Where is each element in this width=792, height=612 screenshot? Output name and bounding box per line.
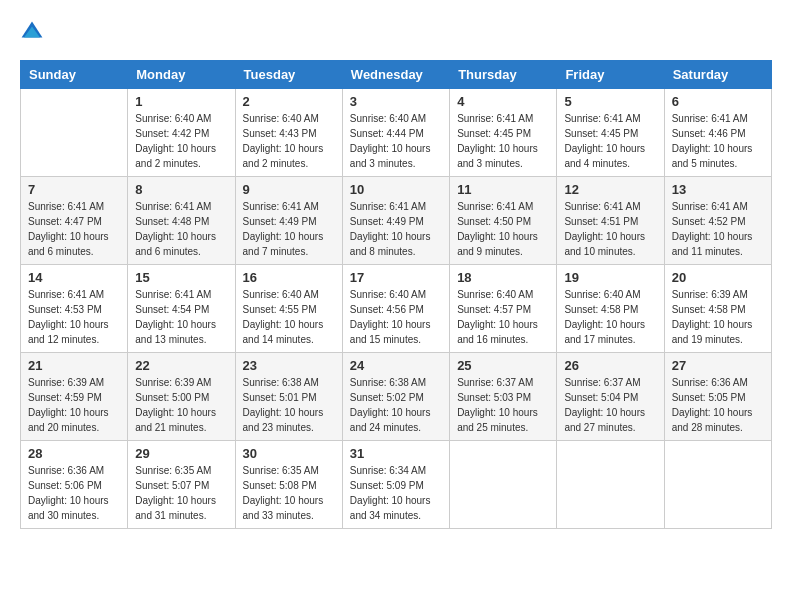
day-info: Sunrise: 6:39 AMSunset: 4:59 PMDaylight:…	[28, 375, 120, 435]
day-number: 7	[28, 182, 120, 197]
calendar-cell: 4Sunrise: 6:41 AMSunset: 4:45 PMDaylight…	[450, 89, 557, 177]
calendar-cell	[21, 89, 128, 177]
calendar-cell: 2Sunrise: 6:40 AMSunset: 4:43 PMDaylight…	[235, 89, 342, 177]
calendar-cell: 18Sunrise: 6:40 AMSunset: 4:57 PMDayligh…	[450, 265, 557, 353]
calendar-cell: 10Sunrise: 6:41 AMSunset: 4:49 PMDayligh…	[342, 177, 449, 265]
day-info: Sunrise: 6:35 AMSunset: 5:08 PMDaylight:…	[243, 463, 335, 523]
day-info: Sunrise: 6:41 AMSunset: 4:50 PMDaylight:…	[457, 199, 549, 259]
calendar-cell: 30Sunrise: 6:35 AMSunset: 5:08 PMDayligh…	[235, 441, 342, 529]
day-number: 17	[350, 270, 442, 285]
day-number: 23	[243, 358, 335, 373]
weekday-header: Tuesday	[235, 61, 342, 89]
day-number: 21	[28, 358, 120, 373]
calendar-cell: 16Sunrise: 6:40 AMSunset: 4:55 PMDayligh…	[235, 265, 342, 353]
calendar-cell: 14Sunrise: 6:41 AMSunset: 4:53 PMDayligh…	[21, 265, 128, 353]
day-number: 5	[564, 94, 656, 109]
calendar-cell: 11Sunrise: 6:41 AMSunset: 4:50 PMDayligh…	[450, 177, 557, 265]
day-info: Sunrise: 6:40 AMSunset: 4:55 PMDaylight:…	[243, 287, 335, 347]
day-info: Sunrise: 6:34 AMSunset: 5:09 PMDaylight:…	[350, 463, 442, 523]
day-info: Sunrise: 6:41 AMSunset: 4:54 PMDaylight:…	[135, 287, 227, 347]
calendar-cell: 31Sunrise: 6:34 AMSunset: 5:09 PMDayligh…	[342, 441, 449, 529]
day-number: 13	[672, 182, 764, 197]
day-info: Sunrise: 6:41 AMSunset: 4:52 PMDaylight:…	[672, 199, 764, 259]
calendar-cell: 27Sunrise: 6:36 AMSunset: 5:05 PMDayligh…	[664, 353, 771, 441]
calendar-table: SundayMondayTuesdayWednesdayThursdayFrid…	[20, 60, 772, 529]
day-info: Sunrise: 6:41 AMSunset: 4:53 PMDaylight:…	[28, 287, 120, 347]
weekday-header: Wednesday	[342, 61, 449, 89]
day-number: 2	[243, 94, 335, 109]
day-number: 31	[350, 446, 442, 461]
calendar-cell: 19Sunrise: 6:40 AMSunset: 4:58 PMDayligh…	[557, 265, 664, 353]
day-number: 10	[350, 182, 442, 197]
day-number: 15	[135, 270, 227, 285]
day-info: Sunrise: 6:36 AMSunset: 5:05 PMDaylight:…	[672, 375, 764, 435]
calendar-week-row: 1Sunrise: 6:40 AMSunset: 4:42 PMDaylight…	[21, 89, 772, 177]
calendar-cell: 29Sunrise: 6:35 AMSunset: 5:07 PMDayligh…	[128, 441, 235, 529]
calendar-cell: 26Sunrise: 6:37 AMSunset: 5:04 PMDayligh…	[557, 353, 664, 441]
calendar-cell: 6Sunrise: 6:41 AMSunset: 4:46 PMDaylight…	[664, 89, 771, 177]
day-number: 20	[672, 270, 764, 285]
weekday-header: Friday	[557, 61, 664, 89]
day-info: Sunrise: 6:40 AMSunset: 4:43 PMDaylight:…	[243, 111, 335, 171]
calendar-cell: 21Sunrise: 6:39 AMSunset: 4:59 PMDayligh…	[21, 353, 128, 441]
calendar-cell: 24Sunrise: 6:38 AMSunset: 5:02 PMDayligh…	[342, 353, 449, 441]
day-info: Sunrise: 6:37 AMSunset: 5:04 PMDaylight:…	[564, 375, 656, 435]
calendar-cell: 13Sunrise: 6:41 AMSunset: 4:52 PMDayligh…	[664, 177, 771, 265]
day-number: 25	[457, 358, 549, 373]
calendar-cell: 22Sunrise: 6:39 AMSunset: 5:00 PMDayligh…	[128, 353, 235, 441]
day-info: Sunrise: 6:38 AMSunset: 5:02 PMDaylight:…	[350, 375, 442, 435]
day-info: Sunrise: 6:41 AMSunset: 4:49 PMDaylight:…	[350, 199, 442, 259]
calendar-week-row: 21Sunrise: 6:39 AMSunset: 4:59 PMDayligh…	[21, 353, 772, 441]
calendar-cell: 28Sunrise: 6:36 AMSunset: 5:06 PMDayligh…	[21, 441, 128, 529]
day-info: Sunrise: 6:40 AMSunset: 4:57 PMDaylight:…	[457, 287, 549, 347]
calendar-cell: 3Sunrise: 6:40 AMSunset: 4:44 PMDaylight…	[342, 89, 449, 177]
day-number: 27	[672, 358, 764, 373]
day-info: Sunrise: 6:40 AMSunset: 4:56 PMDaylight:…	[350, 287, 442, 347]
day-number: 6	[672, 94, 764, 109]
day-info: Sunrise: 6:41 AMSunset: 4:49 PMDaylight:…	[243, 199, 335, 259]
calendar-cell: 7Sunrise: 6:41 AMSunset: 4:47 PMDaylight…	[21, 177, 128, 265]
day-info: Sunrise: 6:37 AMSunset: 5:03 PMDaylight:…	[457, 375, 549, 435]
day-info: Sunrise: 6:36 AMSunset: 5:06 PMDaylight:…	[28, 463, 120, 523]
day-info: Sunrise: 6:39 AMSunset: 4:58 PMDaylight:…	[672, 287, 764, 347]
day-number: 26	[564, 358, 656, 373]
day-info: Sunrise: 6:41 AMSunset: 4:45 PMDaylight:…	[457, 111, 549, 171]
calendar-cell: 1Sunrise: 6:40 AMSunset: 4:42 PMDaylight…	[128, 89, 235, 177]
day-number: 1	[135, 94, 227, 109]
day-number: 3	[350, 94, 442, 109]
weekday-header: Thursday	[450, 61, 557, 89]
weekday-header: Sunday	[21, 61, 128, 89]
day-number: 18	[457, 270, 549, 285]
day-number: 19	[564, 270, 656, 285]
day-info: Sunrise: 6:41 AMSunset: 4:46 PMDaylight:…	[672, 111, 764, 171]
calendar-week-row: 14Sunrise: 6:41 AMSunset: 4:53 PMDayligh…	[21, 265, 772, 353]
day-number: 16	[243, 270, 335, 285]
calendar-cell	[664, 441, 771, 529]
weekday-header: Saturday	[664, 61, 771, 89]
day-info: Sunrise: 6:35 AMSunset: 5:07 PMDaylight:…	[135, 463, 227, 523]
day-info: Sunrise: 6:40 AMSunset: 4:44 PMDaylight:…	[350, 111, 442, 171]
calendar-cell	[450, 441, 557, 529]
calendar-week-row: 28Sunrise: 6:36 AMSunset: 5:06 PMDayligh…	[21, 441, 772, 529]
calendar-week-row: 7Sunrise: 6:41 AMSunset: 4:47 PMDaylight…	[21, 177, 772, 265]
day-info: Sunrise: 6:40 AMSunset: 4:42 PMDaylight:…	[135, 111, 227, 171]
day-number: 9	[243, 182, 335, 197]
calendar-cell: 23Sunrise: 6:38 AMSunset: 5:01 PMDayligh…	[235, 353, 342, 441]
logo	[20, 20, 48, 44]
calendar-cell: 17Sunrise: 6:40 AMSunset: 4:56 PMDayligh…	[342, 265, 449, 353]
day-info: Sunrise: 6:41 AMSunset: 4:51 PMDaylight:…	[564, 199, 656, 259]
day-info: Sunrise: 6:40 AMSunset: 4:58 PMDaylight:…	[564, 287, 656, 347]
day-info: Sunrise: 6:41 AMSunset: 4:47 PMDaylight:…	[28, 199, 120, 259]
day-info: Sunrise: 6:41 AMSunset: 4:45 PMDaylight:…	[564, 111, 656, 171]
day-info: Sunrise: 6:39 AMSunset: 5:00 PMDaylight:…	[135, 375, 227, 435]
weekday-header: Monday	[128, 61, 235, 89]
calendar-cell: 15Sunrise: 6:41 AMSunset: 4:54 PMDayligh…	[128, 265, 235, 353]
calendar-cell	[557, 441, 664, 529]
calendar-cell: 8Sunrise: 6:41 AMSunset: 4:48 PMDaylight…	[128, 177, 235, 265]
day-info: Sunrise: 6:38 AMSunset: 5:01 PMDaylight:…	[243, 375, 335, 435]
page-header	[20, 20, 772, 44]
calendar-cell: 12Sunrise: 6:41 AMSunset: 4:51 PMDayligh…	[557, 177, 664, 265]
logo-icon	[20, 20, 44, 44]
day-number: 30	[243, 446, 335, 461]
calendar-cell: 9Sunrise: 6:41 AMSunset: 4:49 PMDaylight…	[235, 177, 342, 265]
